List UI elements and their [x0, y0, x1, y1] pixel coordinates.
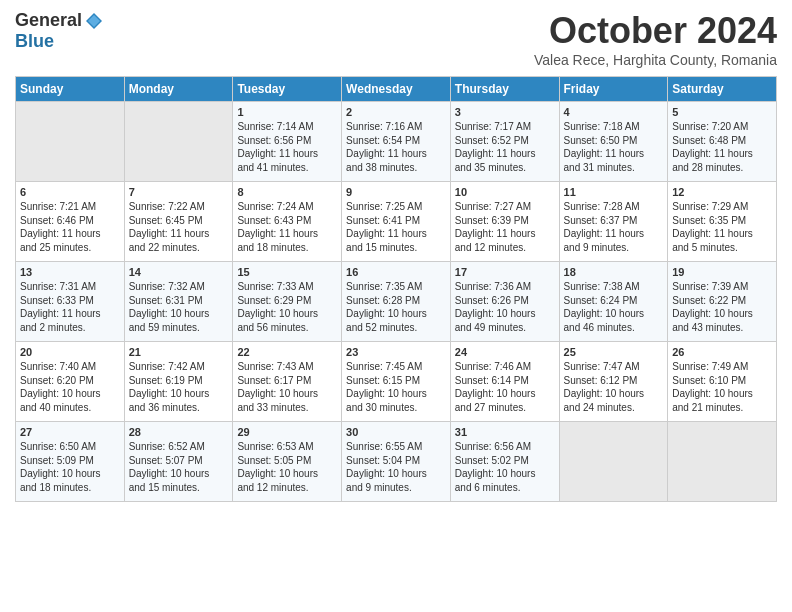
calendar-cell: 7Sunrise: 7:22 AM Sunset: 6:45 PM Daylig…	[124, 182, 233, 262]
day-number: 11	[564, 186, 664, 198]
logo-blue-text: Blue	[15, 31, 54, 52]
svg-marker-1	[88, 15, 100, 27]
calendar-cell	[668, 422, 777, 502]
calendar-cell: 20Sunrise: 7:40 AM Sunset: 6:20 PM Dayli…	[16, 342, 125, 422]
calendar-cell: 2Sunrise: 7:16 AM Sunset: 6:54 PM Daylig…	[342, 102, 451, 182]
day-header-tuesday: Tuesday	[233, 77, 342, 102]
cell-info: Sunrise: 6:53 AM Sunset: 5:05 PM Dayligh…	[237, 440, 337, 494]
cell-info: Sunrise: 7:40 AM Sunset: 6:20 PM Dayligh…	[20, 360, 120, 414]
week-row-5: 27Sunrise: 6:50 AM Sunset: 5:09 PM Dayli…	[16, 422, 777, 502]
week-row-3: 13Sunrise: 7:31 AM Sunset: 6:33 PM Dayli…	[16, 262, 777, 342]
calendar-cell: 3Sunrise: 7:17 AM Sunset: 6:52 PM Daylig…	[450, 102, 559, 182]
calendar-cell: 18Sunrise: 7:38 AM Sunset: 6:24 PM Dayli…	[559, 262, 668, 342]
cell-info: Sunrise: 6:55 AM Sunset: 5:04 PM Dayligh…	[346, 440, 446, 494]
calendar-cell: 8Sunrise: 7:24 AM Sunset: 6:43 PM Daylig…	[233, 182, 342, 262]
week-row-1: 1Sunrise: 7:14 AM Sunset: 6:56 PM Daylig…	[16, 102, 777, 182]
cell-info: Sunrise: 7:36 AM Sunset: 6:26 PM Dayligh…	[455, 280, 555, 334]
cell-info: Sunrise: 7:39 AM Sunset: 6:22 PM Dayligh…	[672, 280, 772, 334]
cell-info: Sunrise: 7:35 AM Sunset: 6:28 PM Dayligh…	[346, 280, 446, 334]
day-number: 23	[346, 346, 446, 358]
day-number: 14	[129, 266, 229, 278]
day-number: 7	[129, 186, 229, 198]
calendar-cell: 11Sunrise: 7:28 AM Sunset: 6:37 PM Dayli…	[559, 182, 668, 262]
cell-info: Sunrise: 7:24 AM Sunset: 6:43 PM Dayligh…	[237, 200, 337, 254]
day-header-wednesday: Wednesday	[342, 77, 451, 102]
calendar-cell: 12Sunrise: 7:29 AM Sunset: 6:35 PM Dayli…	[668, 182, 777, 262]
day-number: 4	[564, 106, 664, 118]
calendar-cell: 4Sunrise: 7:18 AM Sunset: 6:50 PM Daylig…	[559, 102, 668, 182]
calendar-cell: 24Sunrise: 7:46 AM Sunset: 6:14 PM Dayli…	[450, 342, 559, 422]
day-header-thursday: Thursday	[450, 77, 559, 102]
calendar-cell: 9Sunrise: 7:25 AM Sunset: 6:41 PM Daylig…	[342, 182, 451, 262]
month-title: October 2024	[534, 10, 777, 52]
cell-info: Sunrise: 7:32 AM Sunset: 6:31 PM Dayligh…	[129, 280, 229, 334]
calendar-cell: 27Sunrise: 6:50 AM Sunset: 5:09 PM Dayli…	[16, 422, 125, 502]
day-number: 2	[346, 106, 446, 118]
day-number: 17	[455, 266, 555, 278]
cell-info: Sunrise: 7:22 AM Sunset: 6:45 PM Dayligh…	[129, 200, 229, 254]
calendar-cell	[559, 422, 668, 502]
day-number: 6	[20, 186, 120, 198]
day-number: 24	[455, 346, 555, 358]
logo: General Blue	[15, 10, 104, 52]
calendar-cell: 5Sunrise: 7:20 AM Sunset: 6:48 PM Daylig…	[668, 102, 777, 182]
calendar-table: SundayMondayTuesdayWednesdayThursdayFrid…	[15, 76, 777, 502]
day-number: 26	[672, 346, 772, 358]
cell-info: Sunrise: 7:42 AM Sunset: 6:19 PM Dayligh…	[129, 360, 229, 414]
day-number: 9	[346, 186, 446, 198]
calendar-cell: 6Sunrise: 7:21 AM Sunset: 6:46 PM Daylig…	[16, 182, 125, 262]
location-subtitle: Valea Rece, Harghita County, Romania	[534, 52, 777, 68]
cell-info: Sunrise: 7:38 AM Sunset: 6:24 PM Dayligh…	[564, 280, 664, 334]
day-number: 19	[672, 266, 772, 278]
cell-info: Sunrise: 7:47 AM Sunset: 6:12 PM Dayligh…	[564, 360, 664, 414]
day-number: 22	[237, 346, 337, 358]
cell-info: Sunrise: 6:50 AM Sunset: 5:09 PM Dayligh…	[20, 440, 120, 494]
day-header-monday: Monday	[124, 77, 233, 102]
cell-info: Sunrise: 7:18 AM Sunset: 6:50 PM Dayligh…	[564, 120, 664, 174]
day-number: 20	[20, 346, 120, 358]
calendar-cell: 15Sunrise: 7:33 AM Sunset: 6:29 PM Dayli…	[233, 262, 342, 342]
cell-info: Sunrise: 6:52 AM Sunset: 5:07 PM Dayligh…	[129, 440, 229, 494]
cell-info: Sunrise: 7:49 AM Sunset: 6:10 PM Dayligh…	[672, 360, 772, 414]
page-header: General Blue October 2024 Valea Rece, Ha…	[15, 10, 777, 68]
day-number: 30	[346, 426, 446, 438]
calendar-cell: 28Sunrise: 6:52 AM Sunset: 5:07 PM Dayli…	[124, 422, 233, 502]
calendar-cell: 22Sunrise: 7:43 AM Sunset: 6:17 PM Dayli…	[233, 342, 342, 422]
calendar-cell: 23Sunrise: 7:45 AM Sunset: 6:15 PM Dayli…	[342, 342, 451, 422]
calendar-cell: 30Sunrise: 6:55 AM Sunset: 5:04 PM Dayli…	[342, 422, 451, 502]
day-header-saturday: Saturday	[668, 77, 777, 102]
cell-info: Sunrise: 7:28 AM Sunset: 6:37 PM Dayligh…	[564, 200, 664, 254]
cell-info: Sunrise: 7:17 AM Sunset: 6:52 PM Dayligh…	[455, 120, 555, 174]
cell-info: Sunrise: 7:14 AM Sunset: 6:56 PM Dayligh…	[237, 120, 337, 174]
calendar-cell: 14Sunrise: 7:32 AM Sunset: 6:31 PM Dayli…	[124, 262, 233, 342]
day-number: 25	[564, 346, 664, 358]
day-number: 5	[672, 106, 772, 118]
calendar-cell: 31Sunrise: 6:56 AM Sunset: 5:02 PM Dayli…	[450, 422, 559, 502]
day-number: 3	[455, 106, 555, 118]
calendar-cell	[16, 102, 125, 182]
day-number: 31	[455, 426, 555, 438]
day-number: 1	[237, 106, 337, 118]
cell-info: Sunrise: 7:31 AM Sunset: 6:33 PM Dayligh…	[20, 280, 120, 334]
day-number: 16	[346, 266, 446, 278]
calendar-header: SundayMondayTuesdayWednesdayThursdayFrid…	[16, 77, 777, 102]
logo-icon	[84, 11, 104, 31]
cell-info: Sunrise: 7:21 AM Sunset: 6:46 PM Dayligh…	[20, 200, 120, 254]
day-header-friday: Friday	[559, 77, 668, 102]
day-number: 10	[455, 186, 555, 198]
cell-info: Sunrise: 7:27 AM Sunset: 6:39 PM Dayligh…	[455, 200, 555, 254]
week-row-4: 20Sunrise: 7:40 AM Sunset: 6:20 PM Dayli…	[16, 342, 777, 422]
cell-info: Sunrise: 7:20 AM Sunset: 6:48 PM Dayligh…	[672, 120, 772, 174]
logo-general-text: General	[15, 10, 82, 31]
calendar-cell: 29Sunrise: 6:53 AM Sunset: 5:05 PM Dayli…	[233, 422, 342, 502]
day-number: 12	[672, 186, 772, 198]
calendar-cell: 17Sunrise: 7:36 AM Sunset: 6:26 PM Dayli…	[450, 262, 559, 342]
cell-info: Sunrise: 7:46 AM Sunset: 6:14 PM Dayligh…	[455, 360, 555, 414]
day-number: 29	[237, 426, 337, 438]
cell-info: Sunrise: 7:16 AM Sunset: 6:54 PM Dayligh…	[346, 120, 446, 174]
cell-info: Sunrise: 7:45 AM Sunset: 6:15 PM Dayligh…	[346, 360, 446, 414]
day-number: 15	[237, 266, 337, 278]
day-number: 28	[129, 426, 229, 438]
calendar-cell: 19Sunrise: 7:39 AM Sunset: 6:22 PM Dayli…	[668, 262, 777, 342]
day-number: 27	[20, 426, 120, 438]
